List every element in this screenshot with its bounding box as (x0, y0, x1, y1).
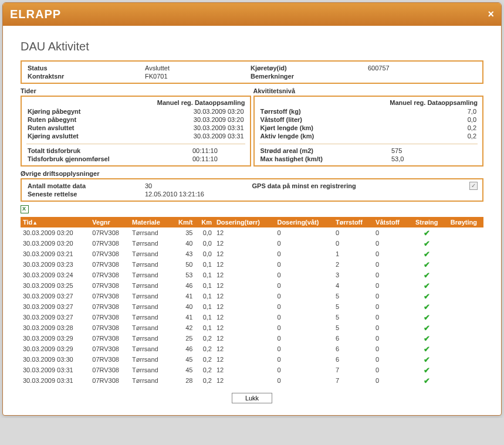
cell-stroing: ✔ (410, 301, 444, 312)
cell-km: 0,0 (195, 249, 214, 259)
sort-asc-icon: ▲ (32, 220, 38, 226)
cell-dos-vat: 0 (275, 238, 333, 249)
data-table: Tid▲ Vegnr Materiale Km/t Km Dosering(tø… (21, 217, 483, 386)
excel-export-icon[interactable] (21, 205, 29, 213)
col-vegnr[interactable]: Vegnr (90, 217, 130, 227)
table-row: 30.03.2009 03:2907RV308Tørrsand460,21206… (21, 344, 483, 354)
cell-tid: 30.03.2009 03:29 (21, 344, 90, 354)
cell-km: 0,0 (195, 227, 214, 238)
info-value: 00:11:10 (191, 155, 245, 163)
cell-kmt: 43 (171, 249, 195, 259)
col-km[interactable]: Km (195, 217, 214, 227)
cell-tid: 30.03.2009 03:27 (21, 301, 90, 312)
info-label: Kjøring avsluttet (26, 132, 138, 140)
remarks-label: Bemerkninger (249, 72, 367, 80)
cell-km: 0,2 (195, 354, 214, 365)
cell-dos-torr: 12 (214, 354, 275, 365)
cell-tid: 30.03.2009 03:30 (21, 354, 90, 365)
cell-kmt: 45 (171, 354, 195, 365)
cell-vegnr: 07RV308 (90, 249, 130, 259)
tider-title: Tider (21, 87, 251, 94)
cell-torrstoff: 5 (333, 312, 373, 322)
check-icon: ✔ (424, 366, 430, 375)
cell-tid: 30.03.2009 03:25 (21, 280, 90, 291)
seneste-value: 12.05.2010 13:21:16 (144, 190, 252, 198)
akvit-title: Akvititetsnivå (253, 87, 484, 94)
cell-stroing: ✔ (410, 344, 444, 354)
check-icon: ✔ (424, 345, 430, 354)
col-dos-torr[interactable]: Dosering(tørr) (214, 217, 275, 227)
cell-dos-torr: 12 (214, 249, 275, 259)
cell-kmt: 35 (171, 227, 195, 238)
app-title: ELRAPP (10, 8, 61, 21)
tider-subheader: Manuel reg. Dataoppsamling (26, 99, 245, 107)
cell-vegnr: 07RV308 (90, 227, 130, 238)
cell-vegnr: 07RV308 (90, 280, 130, 291)
close-button[interactable]: Lukk (232, 393, 272, 403)
cell-km: 0,1 (195, 291, 214, 301)
col-materiale[interactable]: Materiale (130, 217, 171, 227)
cell-tid: 30.03.2009 03:24 (21, 270, 90, 280)
cell-materiale: Tørrsand (130, 280, 171, 291)
status-value: Avsluttet (144, 64, 249, 72)
col-vatstoff[interactable]: Våtstoff (373, 217, 410, 227)
table-row: 30.03.2009 03:2807RV308Tørrsand420,11205… (21, 322, 483, 333)
info-value: 0,0 (441, 116, 478, 124)
col-tid[interactable]: Tid▲ (21, 217, 90, 227)
cell-vegnr: 07RV308 (90, 270, 130, 280)
tider-box: Manuel reg. Dataoppsamling Kjøring påbeg… (21, 96, 251, 167)
close-icon[interactable]: × (488, 8, 494, 21)
cell-vatstoff: 0 (373, 312, 410, 322)
check-icon: ✔ (424, 313, 430, 322)
cell-vegnr: 07RV308 (90, 312, 130, 322)
cell-tid: 30.03.2009 03:27 (21, 291, 90, 301)
cell-vegnr: 07RV308 (90, 333, 130, 344)
table-row: 30.03.2009 03:2707RV308Tørrsand410,11205… (21, 291, 483, 301)
info-label: Kjørt lengde (km) (259, 124, 441, 132)
contract-label: Kontraktsnr (26, 72, 144, 80)
col-broyting[interactable]: Brøyting (444, 217, 483, 227)
cell-broyting (444, 259, 483, 270)
cell-dos-torr: 12 (214, 344, 275, 354)
info-label: Strødd areal (m2) (259, 147, 391, 155)
info-value: 0,2 (441, 132, 478, 140)
gps-label: GPS data på minst en registrering (252, 182, 356, 189)
cell-tid: 30.03.2009 03:23 (21, 259, 90, 270)
cell-km: 0,2 (195, 333, 214, 344)
table-row: 30.03.2009 03:2907RV308Tørrsand250,21206… (21, 333, 483, 344)
cell-dos-torr: 12 (214, 280, 275, 291)
info-label: Tørrstoff (kg) (259, 107, 441, 116)
cell-km: 0,2 (195, 344, 214, 354)
gps-checkbox: ✓ (469, 182, 478, 190)
table-row: 30.03.2009 03:2007RV308Tørrsand400,01200… (21, 238, 483, 249)
cell-dos-vat: 0 (275, 333, 333, 344)
col-torrstoff[interactable]: Tørrstoff (333, 217, 373, 227)
cell-materiale: Tørrsand (130, 322, 171, 333)
info-label: Ruten påbegynt (26, 116, 138, 124)
info-value: 30.03.2009 03:20 (138, 116, 245, 124)
cell-vatstoff: 0 (373, 291, 410, 301)
table-row: 30.03.2009 03:3007RV308Tørrsand450,21206… (21, 354, 483, 365)
cell-stroing: ✔ (410, 312, 444, 322)
check-icon: ✔ (424, 281, 430, 290)
cell-vegnr: 07RV308 (90, 238, 130, 249)
info-label: Tidsforbruk gjennomførsel (26, 155, 191, 163)
cell-dos-torr: 12 (214, 259, 275, 270)
cell-torrstoff: 6 (333, 333, 373, 344)
info-label: Våtstoff (liter) (259, 116, 441, 124)
cell-kmt: 41 (171, 312, 195, 322)
cell-vegnr: 07RV308 (90, 375, 130, 386)
ovrige-box: Antall motatte data 30 GPS data på minst… (21, 178, 483, 202)
cell-km: 0,2 (195, 365, 214, 375)
col-dos-vat[interactable]: Dosering(våt) (275, 217, 333, 227)
col-kmt[interactable]: Km/t (171, 217, 195, 227)
cell-tid: 30.03.2009 03:28 (21, 322, 90, 333)
vehicle-value: 600757 (367, 64, 478, 72)
cell-vegnr: 07RV308 (90, 259, 130, 270)
cell-stroing: ✔ (410, 249, 444, 259)
cell-dos-torr: 12 (214, 270, 275, 280)
cell-vatstoff: 0 (373, 270, 410, 280)
cell-materiale: Tørrsand (130, 291, 171, 301)
cell-tid: 30.03.2009 03:31 (21, 365, 90, 375)
col-stroing[interactable]: Strøing (410, 217, 444, 227)
